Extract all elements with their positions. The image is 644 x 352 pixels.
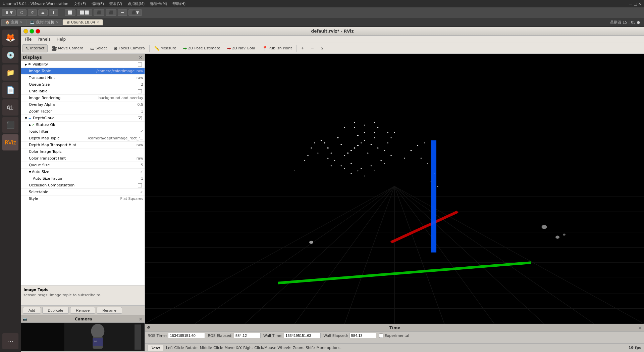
vmware-toolbar-btn1[interactable]: ⏸ ▼ [2,9,16,16]
tab-home-close[interactable]: ✕ [20,20,22,24]
vmware-toolbar-fullscreen[interactable]: ⬜ [65,9,75,16]
vmware-toolbar-snap2[interactable]: ⬛ [106,9,116,16]
tab-ubuntu[interactable]: 🖥 Ubuntu18.04 ✕ [62,19,103,26]
vmware-toolbar-btn5[interactable]: ⬆ [49,9,58,16]
vmware-menu-view[interactable]: 查看(V) [109,1,122,6]
vmware-toolbar-scale[interactable]: ⬛▼ [128,9,142,16]
vmware-menu-vm[interactable]: 虚拟机(M) [127,1,145,6]
tab-home[interactable]: 🏠 主页 ✕ [1,19,26,26]
vmware-toolbar-fit[interactable]: ➡ [118,9,127,16]
vmware-toolbar-sep1: | [62,10,63,15]
vmware-toolbar-split[interactable]: ⬜⬜ [77,9,92,16]
vmware-menu-tabs[interactable]: 选项卡(M) [150,1,167,6]
tab-mycomputer-close[interactable]: ✕ [56,20,58,24]
tab-ubuntu-close[interactable]: ✕ [97,20,99,24]
tab-home-label: 主页 [11,20,18,25]
vmware-menu-edit[interactable]: 编辑(E) [92,1,104,6]
vmware-toolbar-btn4[interactable]: ⏏ [38,9,48,16]
time-display: 星期四 15：05 ● [610,20,640,25]
vmware-toolbar: ⏸ ▼ ⬡ ↺ ⏏ ⬆ | ⬜ ⬜⬜ ⬛ ⬛ ➡ ⬛▼ [0,7,644,18]
vmware-toolbar-btn2[interactable]: ⬡ [17,9,26,16]
tab-bar: 🏠 主页 ✕ 💻 我的计算机 ✕ 🖥 Ubuntu18.04 ✕ 星期四 15：… [0,18,644,27]
tab-mycomputer-label: 我的计算机 [36,20,54,25]
vmware-toolbar-snap[interactable]: ⬛ [94,9,104,16]
os-title: Ubuntu18.04 - VMware Workstation [3,2,68,6]
os-topbar: Ubuntu18.04 - VMware Workstation 文件(F) 编… [0,0,644,7]
vmware-menu-help[interactable]: 帮助(H) [172,1,185,6]
tab-mycomputer[interactable]: 💻 我的计算机 ✕ [26,19,62,26]
tab-ubuntu-label: Ubuntu18.04 [71,20,95,25]
vmware-toolbar-btn3[interactable]: ↺ [28,9,37,16]
window-controls: — □ ✕ [629,2,641,6]
vmware-menu-file[interactable]: 文件(F) [74,1,86,6]
